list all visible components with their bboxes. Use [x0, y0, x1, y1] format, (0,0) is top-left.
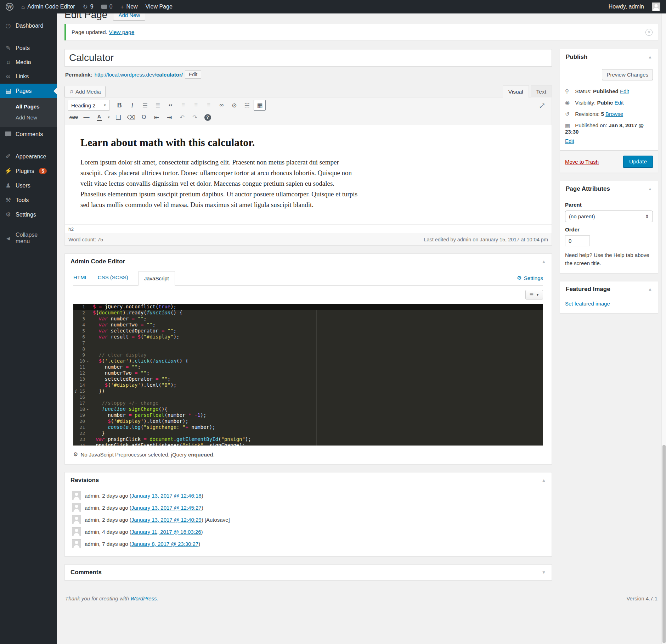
- sidebar-item-comments[interactable]: Comments: [0, 127, 57, 141]
- format-select[interactable]: Heading 2 ▼: [68, 100, 110, 111]
- add-media-button[interactable]: ♫ Add Media: [64, 86, 106, 97]
- editor-menu-button[interactable]: ☰ ▼: [525, 290, 543, 299]
- status-value: Published: [593, 88, 619, 94]
- new-content-link[interactable]: + New: [120, 4, 138, 10]
- italic-button[interactable]: I: [126, 100, 138, 111]
- publish-header[interactable]: Publish ▲: [560, 49, 658, 65]
- align-center-button[interactable]: ≡: [190, 100, 202, 111]
- fullscreen-button[interactable]: ⤢: [536, 101, 548, 111]
- view-page-notice-link[interactable]: View page: [109, 29, 134, 35]
- revisions-header[interactable]: Revisions ▲: [65, 472, 552, 488]
- horizontal-rule-button[interactable]: —: [80, 112, 92, 123]
- element-path[interactable]: h2: [65, 224, 552, 234]
- comments-box-header[interactable]: Comments ▼: [65, 565, 552, 580]
- align-left-button[interactable]: ≡: [177, 100, 189, 111]
- post-title-input[interactable]: [64, 49, 552, 67]
- revision-link[interactable]: January 13, 2017 @ 12:40:29: [131, 517, 202, 523]
- revision-link[interactable]: January 11, 2017 @ 16:03:26: [131, 529, 201, 535]
- admin-code-editor-header[interactable]: Admin Code Editor ▲: [65, 254, 552, 269]
- collapse-label: Collapse menu: [16, 232, 52, 245]
- sidebar-item-plugins[interactable]: ⚡ Plugins 5: [0, 164, 57, 178]
- bullet-list-button[interactable]: ☰: [139, 100, 151, 111]
- wordpress-link[interactable]: WordPress: [130, 595, 157, 601]
- parent-select[interactable]: (no parent) ⇕: [565, 211, 653, 222]
- undo-button[interactable]: ↶: [176, 112, 188, 123]
- page-attributes-header[interactable]: Page Attributes ▲: [560, 181, 658, 197]
- bold-button[interactable]: B: [113, 100, 125, 111]
- tab-javascript[interactable]: JavaScript: [138, 271, 175, 286]
- edit-permalink-button[interactable]: Edit: [185, 70, 201, 79]
- edit-visibility-link[interactable]: Edit: [615, 100, 624, 106]
- collapse-arrow-icon[interactable]: ▲: [648, 55, 652, 60]
- text-color-dropdown[interactable]: ▼: [106, 112, 112, 123]
- permalink-label: Permalink:: [65, 72, 92, 78]
- sidebar-item-posts[interactable]: ✎ Posts: [0, 41, 57, 55]
- sidebar-item-tools[interactable]: ⚒ Tools: [0, 193, 57, 207]
- align-right-button[interactable]: ≡: [203, 100, 215, 111]
- redo-button[interactable]: ↷: [189, 112, 201, 123]
- help-button-editor[interactable]: ?: [202, 112, 214, 123]
- tab-visual[interactable]: Visual: [503, 85, 529, 97]
- my-account-link[interactable]: Howdy, admin: [609, 4, 644, 10]
- move-to-trash-link[interactable]: Move to Trash: [565, 159, 599, 165]
- featured-image-header[interactable]: Featured Image ▲: [560, 281, 658, 297]
- code-settings[interactable]: ⚙ Settings: [517, 275, 543, 285]
- sidebar-item-dashboard[interactable]: ◷ Dashboard: [0, 18, 57, 33]
- outdent-button[interactable]: ⇤: [151, 112, 163, 123]
- tab-css[interactable]: CSS (SCSS): [98, 274, 128, 285]
- view-page-link[interactable]: View Page: [146, 4, 173, 10]
- expand-arrow-icon[interactable]: ▼: [542, 570, 546, 575]
- sidebar-item-appearance[interactable]: ✐ Appearance: [0, 149, 57, 164]
- sidebar-item-users[interactable]: ♟ Users: [0, 178, 57, 193]
- user-avatar[interactable]: [652, 2, 660, 11]
- sidebar-item-media[interactable]: ♫ Media: [0, 55, 57, 69]
- collapse-arrow-icon[interactable]: ▲: [542, 259, 546, 264]
- remove-link-button[interactable]: ⊘: [228, 100, 240, 111]
- set-featured-image-link[interactable]: Set featured image: [565, 301, 610, 307]
- numbered-list-button[interactable]: ≣: [152, 100, 164, 111]
- editor-content-body[interactable]: Learn about math with this calculator. L…: [65, 125, 552, 224]
- order-input[interactable]: [565, 235, 590, 246]
- tab-html[interactable]: HTML: [73, 274, 88, 285]
- insert-link-button[interactable]: ∞: [215, 100, 227, 111]
- code-lines[interactable]: 1$ = jQuery.noConflict(true);2-$(documen…: [73, 304, 543, 446]
- dismiss-notice-icon[interactable]: ✕: [645, 29, 653, 36]
- strikethrough-button[interactable]: ABC: [68, 112, 80, 123]
- collapse-arrow-icon[interactable]: ▲: [542, 478, 546, 483]
- tab-text[interactable]: Text: [531, 85, 552, 97]
- more-tag-button[interactable]: ☵: [241, 100, 253, 111]
- wordpress-logo-icon[interactable]: W: [6, 3, 13, 11]
- preview-changes-button[interactable]: Preview Changes: [602, 69, 653, 80]
- special-character-button[interactable]: Ω: [138, 112, 150, 123]
- text-color-button[interactable]: A: [93, 112, 105, 123]
- clear-formatting-button[interactable]: ⌫: [125, 112, 137, 123]
- revision-link[interactable]: January 8, 2017 @ 23:30:27: [131, 541, 199, 547]
- edit-status-link[interactable]: Edit: [620, 88, 629, 94]
- revision-link[interactable]: January 13, 2017 @ 12:46:18: [131, 493, 202, 499]
- submenu-item-all-pages[interactable]: All Pages: [0, 101, 57, 112]
- settings-link[interactable]: Settings: [524, 275, 543, 281]
- update-button[interactable]: Update: [623, 156, 653, 168]
- updates-link[interactable]: ↻ 9: [83, 4, 94, 10]
- browse-revisions-link[interactable]: Browse: [605, 111, 623, 117]
- sidebar-item-label: Media: [16, 59, 31, 66]
- page-scrollbar[interactable]: [661, 13, 666, 644]
- site-name-link[interactable]: ⌂ Admin Code Editor: [21, 4, 75, 10]
- permalink-link[interactable]: http://local.wordpress.dev/calculator/: [95, 72, 183, 78]
- edit-date-link[interactable]: Edit: [565, 138, 574, 144]
- paste-as-text-button[interactable]: ❑: [112, 112, 124, 123]
- sidebar-item-links[interactable]: ∞ Links: [0, 69, 57, 84]
- sidebar-item-pages[interactable]: ▤ Pages: [0, 84, 57, 98]
- revision-link[interactable]: January 13, 2017 @ 12:45:27: [131, 505, 202, 511]
- submenu-item-add-new[interactable]: Add New: [0, 112, 57, 123]
- blockquote-button[interactable]: “: [164, 100, 176, 111]
- toolbar-toggle-button[interactable]: ▦: [254, 100, 266, 111]
- code-editor[interactable]: 1$ = jQuery.noConflict(true);2-$(documen…: [73, 304, 543, 446]
- collapse-arrow-icon[interactable]: ▲: [648, 287, 652, 292]
- sidebar-item-settings[interactable]: ⚙ Settings: [0, 207, 57, 222]
- scrollbar-thumb[interactable]: [662, 445, 666, 643]
- collapse-arrow-icon[interactable]: ▲: [648, 186, 652, 191]
- collapse-menu-button[interactable]: ◀ Collapse menu: [0, 228, 57, 248]
- comments-link[interactable]: 0: [101, 4, 113, 10]
- indent-button[interactable]: ⇥: [163, 112, 175, 123]
